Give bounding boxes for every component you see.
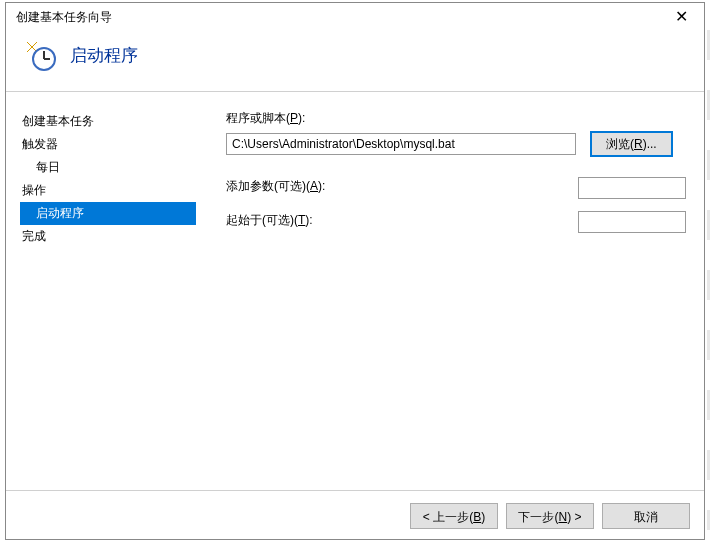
titlebar: 创建基本任务向导 ✕ <box>6 3 704 31</box>
back-button[interactable]: < 上一步(B) <box>410 503 498 529</box>
next-button[interactable]: 下一步(N) > <box>506 503 594 529</box>
browse-button[interactable]: 浏览(R)... <box>590 131 673 157</box>
start-in-input[interactable] <box>578 211 686 233</box>
program-script-input[interactable] <box>226 133 576 155</box>
start-in-row: 起始于(可选)(T): <box>226 211 686 233</box>
sidebar-item-action[interactable]: 操作 <box>22 179 196 202</box>
program-script-label: 程序或脚本(P): <box>226 110 686 127</box>
svg-marker-0 <box>27 42 37 52</box>
sidebar-item-start-program[interactable]: 启动程序 <box>20 202 196 225</box>
content-area: 创建基本任务 触发器 每日 操作 启动程序 完成 程序或脚本(P): 浏览(R)… <box>6 92 704 472</box>
clock-task-icon <box>24 39 56 71</box>
footer-divider <box>6 490 704 491</box>
main-panel: 程序或脚本(P): 浏览(R)... 添加参数(可选)(A): 起始于(可选)(… <box>196 92 704 472</box>
wizard-step-title: 启动程序 <box>70 44 138 67</box>
wizard-sidebar: 创建基本任务 触发器 每日 操作 启动程序 完成 <box>6 92 196 472</box>
close-icon[interactable]: ✕ <box>667 7 696 27</box>
wizard-dialog: 创建基本任务向导 ✕ 启动程序 创建基本任务 触发器 每日 操作 启动程序 完成… <box>5 2 705 540</box>
wizard-header: 启动程序 <box>6 31 704 91</box>
window-title: 创建基本任务向导 <box>16 9 112 26</box>
arguments-row: 添加参数(可选)(A): <box>226 177 686 199</box>
sidebar-item-finish[interactable]: 完成 <box>22 225 196 248</box>
cancel-button[interactable]: 取消 <box>602 503 690 529</box>
sidebar-item-create-task[interactable]: 创建基本任务 <box>22 110 196 133</box>
program-script-row: 浏览(R)... <box>226 131 686 157</box>
arguments-label: 添加参数(可选)(A): <box>226 178 325 195</box>
wizard-footer: < 上一步(B) 下一步(N) > 取消 <box>410 503 690 529</box>
sidebar-item-daily[interactable]: 每日 <box>22 156 196 179</box>
arguments-input[interactable] <box>578 177 686 199</box>
start-in-label: 起始于(可选)(T): <box>226 212 313 229</box>
sidebar-item-trigger[interactable]: 触发器 <box>22 133 196 156</box>
